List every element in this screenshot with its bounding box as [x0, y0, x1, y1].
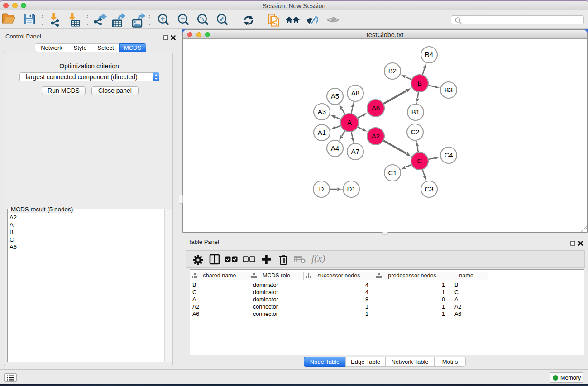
svg-text:A7: A7 [351, 148, 359, 155]
svg-text:D1: D1 [347, 185, 355, 193]
svg-text:C: C [417, 157, 422, 165]
svg-text:C1: C1 [388, 169, 397, 176]
svg-text:A4: A4 [331, 144, 339, 152]
svg-text:B3: B3 [445, 86, 453, 94]
svg-text:B2: B2 [388, 67, 397, 75]
svg-text:A: A [347, 119, 352, 126]
svg-text:A1: A1 [318, 129, 326, 136]
svg-text:A3: A3 [318, 108, 326, 115]
svg-text:A2: A2 [372, 132, 380, 140]
svg-text:D: D [319, 185, 324, 193]
svg-text:B4: B4 [425, 51, 433, 58]
svg-text:C2: C2 [411, 128, 419, 136]
svg-text:C3: C3 [425, 185, 433, 193]
svg-text:A8: A8 [351, 89, 359, 97]
svg-text:A5: A5 [331, 92, 339, 100]
svg-text:A6: A6 [372, 104, 380, 112]
svg-text:B: B [417, 79, 422, 87]
svg-text:B1: B1 [411, 108, 420, 116]
svg-text:C4: C4 [444, 151, 453, 159]
